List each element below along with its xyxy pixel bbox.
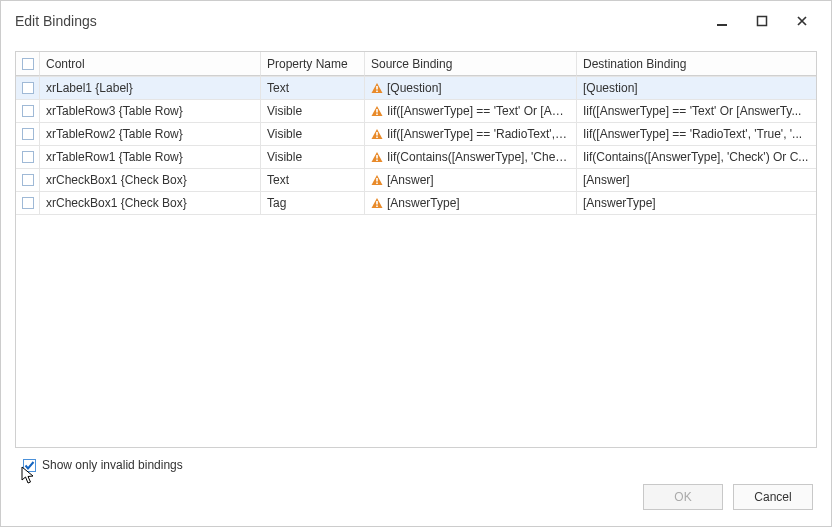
row-checkbox[interactable] [22,197,34,209]
row-checkbox-cell[interactable] [16,146,40,168]
row-checkbox[interactable] [22,151,34,163]
warning-icon [371,197,383,209]
row-checkbox-cell[interactable] [16,192,40,214]
check-icon [24,460,35,471]
row-source-text: [Answer] [387,173,434,187]
warning-icon [371,105,383,117]
svg-rect-6 [376,132,378,136]
row-source: Iif(Contains([AnswerType], 'Check') ... [365,146,577,168]
row-property: Visible [261,123,365,145]
minimize-button[interactable] [703,7,741,35]
svg-rect-7 [376,137,378,139]
row-property: Visible [261,100,365,122]
row-property: Text [261,169,365,191]
row-control: xrCheckBox1 {Check Box} [40,169,261,191]
svg-rect-12 [376,201,378,205]
row-property: Visible [261,146,365,168]
svg-rect-0 [717,24,727,26]
window-controls [703,7,821,35]
dialog-buttons: OK Cancel [15,476,817,514]
row-checkbox-cell[interactable] [16,169,40,191]
svg-rect-2 [376,86,378,90]
row-source: Iif([AnswerType] == 'Text' Or [Answ... [365,100,577,122]
warning-icon [371,174,383,186]
maximize-button[interactable] [743,7,781,35]
row-control: xrTableRow3 {Table Row} [40,100,261,122]
table-row[interactable]: xrCheckBox1 {Check Box}Text[Answer][Answ… [16,169,816,192]
show-only-invalid-checkbox[interactable] [23,459,36,472]
cancel-button[interactable]: Cancel [733,484,813,510]
edit-bindings-dialog: Edit Bindings Control Property Name Sour… [0,0,832,527]
row-property: Tag [261,192,365,214]
row-destination: Iif([AnswerType] == 'Text' Or [AnswerTy.… [577,100,816,122]
row-source: [Question] [365,77,577,99]
svg-rect-10 [376,178,378,182]
table-row[interactable]: xrTableRow1 {Table Row}VisibleIif(Contai… [16,146,816,169]
row-destination: [Question] [577,77,816,99]
dialog-body: Control Property Name Source Binding Des… [1,41,831,526]
svg-rect-3 [376,91,378,93]
svg-rect-1 [758,17,767,26]
svg-rect-13 [376,206,378,208]
row-checkbox[interactable] [22,105,34,117]
row-checkbox-cell[interactable] [16,100,40,122]
warning-icon [371,128,383,140]
row-source: Iif([AnswerType] == 'RadioText', 'Tr... [365,123,577,145]
row-source-text: Iif([AnswerType] == 'RadioText', 'Tr... [387,127,570,141]
row-destination: [Answer] [577,169,816,191]
header-property[interactable]: Property Name [261,52,365,76]
table-row[interactable]: xrTableRow2 {Table Row}VisibleIif([Answe… [16,123,816,146]
row-checkbox-cell[interactable] [16,77,40,99]
svg-rect-8 [376,155,378,159]
row-source: [Answer] [365,169,577,191]
row-destination: Iif(Contains([AnswerType], 'Check') Or C… [577,146,816,168]
row-checkbox[interactable] [22,174,34,186]
close-button[interactable] [783,7,821,35]
svg-rect-4 [376,109,378,113]
row-property: Text [261,77,365,99]
svg-rect-9 [376,160,378,162]
warning-icon [371,151,383,163]
row-checkbox[interactable] [22,82,34,94]
header-destination[interactable]: Destination Binding [577,52,816,76]
row-control: xrTableRow1 {Table Row} [40,146,261,168]
ok-button[interactable]: OK [643,484,723,510]
warning-icon [371,82,383,94]
row-source-text: Iif(Contains([AnswerType], 'Check') ... [387,150,570,164]
show-only-invalid-label: Show only invalid bindings [42,458,183,472]
row-source-text: Iif([AnswerType] == 'Text' Or [Answ... [387,104,570,118]
row-control: xrTableRow2 {Table Row} [40,123,261,145]
svg-rect-11 [376,183,378,185]
table-row[interactable]: xrLabel1 {Label}Text[Question][Question] [16,77,816,100]
header-source[interactable]: Source Binding [365,52,577,76]
row-source: [AnswerType] [365,192,577,214]
header-checkbox[interactable] [22,58,34,70]
bindings-grid: Control Property Name Source Binding Des… [15,51,817,448]
grid-header: Control Property Name Source Binding Des… [16,52,816,77]
row-control: xrLabel1 {Label} [40,77,261,99]
titlebar: Edit Bindings [1,1,831,41]
footer-row: Show only invalid bindings [15,448,817,476]
row-source-text: [AnswerType] [387,196,460,210]
row-control: xrCheckBox1 {Check Box} [40,192,261,214]
header-checkbox-cell[interactable] [16,52,40,76]
row-checkbox[interactable] [22,128,34,140]
row-source-text: [Question] [387,81,442,95]
row-checkbox-cell[interactable] [16,123,40,145]
table-row[interactable]: xrCheckBox1 {Check Box}Tag[AnswerType][A… [16,192,816,215]
header-control[interactable]: Control [40,52,261,76]
grid-rows: xrLabel1 {Label}Text[Question][Question]… [16,77,816,447]
row-destination: Iif([AnswerType] == 'RadioText', 'True',… [577,123,816,145]
dialog-title: Edit Bindings [15,13,97,29]
table-row[interactable]: xrTableRow3 {Table Row}VisibleIif([Answe… [16,100,816,123]
svg-rect-5 [376,114,378,116]
row-destination: [AnswerType] [577,192,816,214]
